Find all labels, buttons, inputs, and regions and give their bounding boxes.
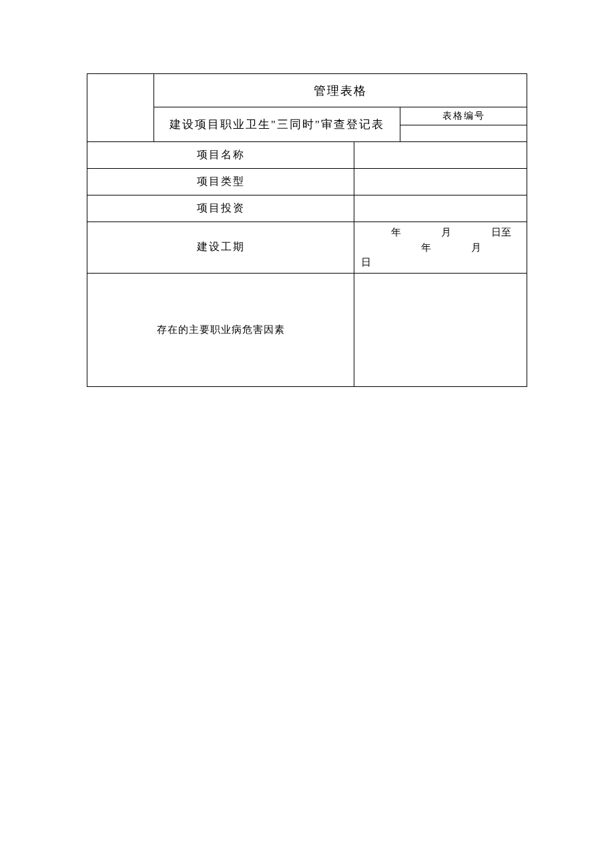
project-investment-value[interactable] bbox=[354, 195, 527, 222]
construction-period-label: 建设工期 bbox=[87, 222, 354, 274]
header-left-cell bbox=[87, 74, 154, 142]
form-number-value[interactable] bbox=[400, 125, 527, 142]
construction-period-value[interactable]: 年 月 日至 年 月 日 bbox=[354, 222, 527, 274]
table-subtitle: 建设项目职业卫生"三同时"审查登记表 bbox=[154, 107, 400, 142]
form-number-label: 表格编号 bbox=[400, 107, 527, 125]
project-name-value[interactable] bbox=[354, 142, 527, 169]
registration-table: 管理表格 建设项目职业卫生"三同时"审查登记表 表格编号 项目名称 项目类型 项… bbox=[87, 73, 527, 387]
project-investment-label: 项目投资 bbox=[87, 195, 354, 222]
table-title: 管理表格 bbox=[154, 74, 527, 107]
project-type-label: 项目类型 bbox=[87, 169, 354, 195]
hazard-factors-value[interactable] bbox=[354, 273, 527, 386]
hazard-factors-label: 存在的主要职业病危害因素 bbox=[87, 273, 354, 386]
project-type-value[interactable] bbox=[354, 169, 527, 195]
project-name-label: 项目名称 bbox=[87, 142, 354, 169]
